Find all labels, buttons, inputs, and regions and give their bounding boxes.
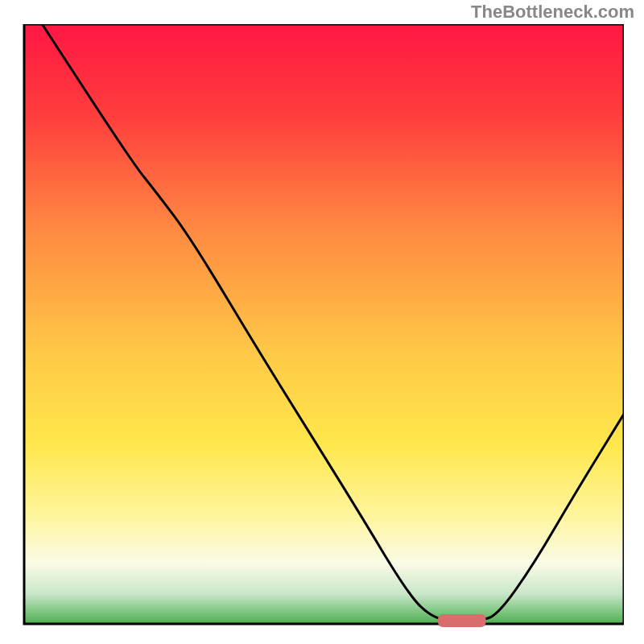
bottleneck-chart [20,24,624,628]
chart-svg [20,24,624,628]
watermark-text: TheBottleneck.com [471,2,634,23]
gradient-background [24,24,624,624]
optimal-marker [438,614,486,627]
